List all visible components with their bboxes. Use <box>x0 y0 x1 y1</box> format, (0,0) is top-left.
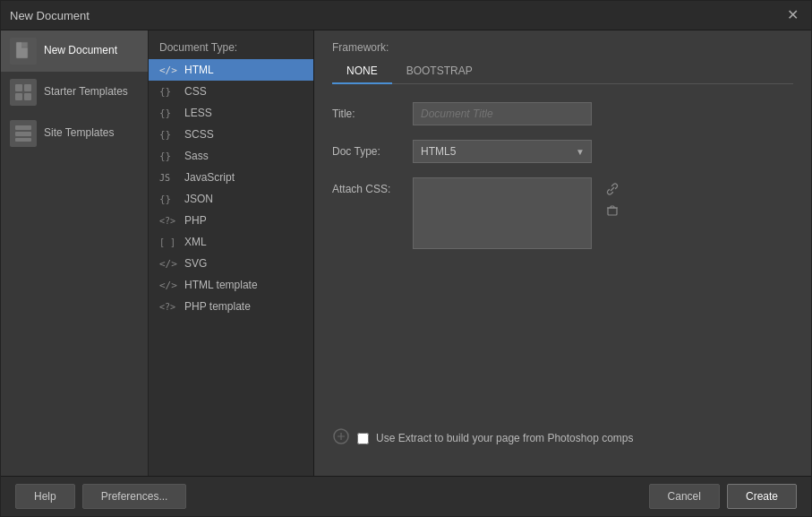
doc-type-javascript-label: JavaScript <box>184 171 235 184</box>
extract-label: Use Extract to build your page from Phot… <box>376 432 633 444</box>
svg-rect-5 <box>24 93 31 100</box>
doc-type-json[interactable]: {} JSON <box>149 188 313 210</box>
attach-css-icons <box>604 177 620 220</box>
sidebar-site-templates-label: Site Templates <box>44 126 115 141</box>
doc-type-php-label: PHP <box>184 214 207 227</box>
doc-type-html-label: HTML <box>184 64 214 76</box>
attach-css-label: Attach CSS: <box>332 177 404 195</box>
dialog-title: New Document <box>10 9 90 22</box>
extract-checkbox[interactable] <box>357 433 369 444</box>
doc-type-php-template[interactable]: <?> PHP template <box>149 296 313 317</box>
svg-rect-3 <box>24 84 31 91</box>
create-button[interactable]: Create <box>727 484 797 509</box>
title-bar: New Document ✕ <box>1 1 811 30</box>
doc-type-html[interactable]: </> HTML <box>149 59 313 81</box>
footer-left: Help Preferences... <box>15 484 186 509</box>
doc-type-xml[interactable]: [ ] XML <box>149 231 313 253</box>
doc-type-svg[interactable]: </> SVG <box>149 253 313 274</box>
php-icon: <?> <box>159 216 179 226</box>
doc-type-sass-label: Sass <box>184 150 209 162</box>
doc-type-scss-label: SCSS <box>184 128 214 141</box>
xml-icon: [ ] <box>159 237 179 247</box>
starter-templates-icon <box>10 79 37 106</box>
doc-type-panel: Document Type: </> HTML {} CSS {} LESS {… <box>149 30 314 476</box>
form-area: Title: Doc Type: HTML5 HTML 4.01 XHTML 1… <box>314 84 811 476</box>
css-icon: {} <box>159 86 179 98</box>
doctype-row: Doc Type: HTML5 HTML 4.01 XHTML 1.0 XHTM… <box>332 140 793 163</box>
doc-type-php[interactable]: <?> PHP <box>149 210 313 231</box>
doctype-label: Doc Type: <box>332 145 404 158</box>
doc-type-header: Document Type: <box>149 34 313 59</box>
doc-type-php-template-label: PHP template <box>184 300 251 313</box>
framework-area: Framework: NONE BOOTSTRAP <box>314 30 811 84</box>
doc-type-less[interactable]: {} LESS <box>149 102 313 124</box>
sidebar-new-document-label: New Document <box>44 44 117 58</box>
title-label: Title: <box>332 108 404 120</box>
svg-rect-4 <box>15 93 22 100</box>
dialog-body: New Document Starter Templates <box>1 30 811 476</box>
doc-type-html-template[interactable]: </> HTML template <box>149 274 313 296</box>
framework-label: Framework: <box>332 41 793 54</box>
dialog-footer: Help Preferences... Cancel Create <box>1 476 811 516</box>
sidebar: New Document Starter Templates <box>1 30 149 476</box>
svg-rect-6 <box>15 125 31 130</box>
attach-css-box[interactable] <box>413 177 592 249</box>
doc-type-svg-label: SVG <box>184 257 207 270</box>
doc-type-json-label: JSON <box>184 193 213 205</box>
sass-icon: {} <box>159 151 179 162</box>
help-button[interactable]: Help <box>15 484 75 509</box>
sidebar-item-site-templates[interactable]: Site Templates <box>1 113 148 154</box>
doc-type-scss[interactable]: {} SCSS <box>149 124 313 145</box>
php-template-icon: <?> <box>159 302 179 312</box>
scss-icon: {} <box>159 129 179 141</box>
doc-type-css-label: CSS <box>184 85 207 98</box>
doc-type-less-label: LESS <box>184 107 212 119</box>
doc-type-css[interactable]: {} CSS <box>149 81 313 102</box>
doc-type-html-template-label: HTML template <box>184 279 258 291</box>
less-icon: {} <box>159 108 179 119</box>
new-document-dialog: New Document ✕ New Document <box>0 0 812 517</box>
cancel-button[interactable]: Cancel <box>649 484 720 509</box>
svg-icon: </> <box>159 258 179 270</box>
doctype-select-wrapper: HTML5 HTML 4.01 XHTML 1.0 XHTML 1.1 ▼ <box>413 140 592 163</box>
new-document-icon <box>10 38 37 65</box>
site-templates-icon <box>10 120 37 147</box>
html-template-icon: </> <box>159 280 179 291</box>
json-icon: {} <box>159 194 179 205</box>
svg-rect-2 <box>15 84 22 91</box>
svg-rect-9 <box>608 208 617 215</box>
javascript-icon: JS <box>159 173 179 183</box>
sidebar-item-new-document[interactable]: New Document <box>1 30 148 72</box>
footer-right: Cancel Create <box>649 484 797 509</box>
framework-tabs: NONE BOOTSTRAP <box>332 59 793 84</box>
attach-css-row: Attach CSS: <box>332 177 793 249</box>
attach-css-delete-button[interactable] <box>604 202 620 220</box>
sidebar-starter-templates-label: Starter Templates <box>44 85 128 99</box>
sidebar-item-starter-templates[interactable]: Starter Templates <box>1 72 148 113</box>
svg-rect-8 <box>15 138 31 142</box>
extract-row: Use Extract to build your page from Phot… <box>332 418 793 458</box>
preferences-button[interactable]: Preferences... <box>82 484 187 509</box>
title-row: Title: <box>332 102 793 125</box>
html-icon: </> <box>159 65 179 76</box>
svg-rect-7 <box>15 132 31 136</box>
doctype-select[interactable]: HTML5 HTML 4.01 XHTML 1.0 XHTML 1.1 <box>413 140 592 163</box>
attach-css-link-button[interactable] <box>604 181 620 199</box>
title-input[interactable] <box>413 102 592 125</box>
doc-type-xml-label: XML <box>184 236 207 248</box>
tab-bootstrap[interactable]: BOOTSTRAP <box>392 59 487 84</box>
doc-type-sass[interactable]: {} Sass <box>149 145 313 167</box>
doc-type-javascript[interactable]: JS JavaScript <box>149 167 313 188</box>
close-button[interactable]: ✕ <box>783 6 802 24</box>
extract-icon <box>332 427 350 449</box>
main-content: Framework: NONE BOOTSTRAP Title: Doc Typ… <box>314 30 811 476</box>
tab-none[interactable]: NONE <box>332 59 392 84</box>
